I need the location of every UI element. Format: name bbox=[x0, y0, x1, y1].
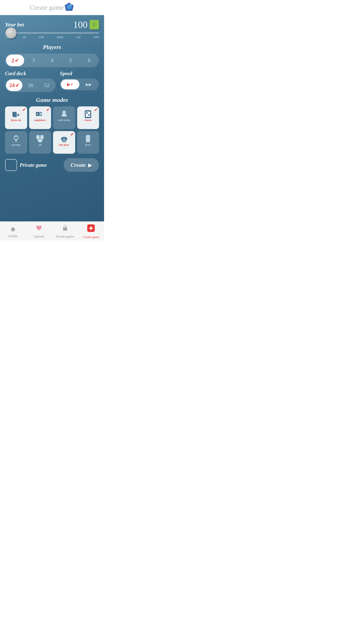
mode-throw-in[interactable]: ✔ throw-in bbox=[5, 106, 27, 129]
svg-marker-6 bbox=[18, 113, 20, 116]
svg-line-37 bbox=[41, 228, 41, 229]
players-title: Players bbox=[5, 44, 99, 51]
svg-rect-16 bbox=[63, 114, 66, 116]
speed-label: Speed bbox=[60, 71, 99, 76]
nav-create-game[interactable]: Create game bbox=[78, 224, 104, 239]
svg-point-34 bbox=[87, 139, 89, 140]
svg-point-22 bbox=[88, 114, 90, 116]
card-deck-label: Card deck bbox=[5, 71, 56, 76]
private-game-section: Private game bbox=[5, 159, 61, 171]
mode-classic[interactable]: ✔ classic bbox=[77, 106, 99, 129]
slider-label-1m: 1M bbox=[76, 35, 80, 39]
players-selector: 2✔ 3 4 5 6 bbox=[5, 54, 99, 67]
deck-option-24[interactable]: 24✔ bbox=[6, 79, 22, 91]
nav-opened[interactable]: Opened bbox=[26, 225, 52, 238]
private-game-checkbox[interactable] bbox=[5, 159, 17, 171]
slider-label-10m: 10M bbox=[93, 35, 99, 39]
players-option-2[interactable]: 2✔ bbox=[6, 55, 24, 66]
card-deck-col: Card deck 24✔ 36 52 bbox=[5, 71, 56, 92]
svg-point-30 bbox=[62, 138, 64, 140]
svg-rect-26 bbox=[40, 135, 43, 139]
gem-icon bbox=[64, 2, 74, 13]
profile-icon: ♣ bbox=[11, 225, 15, 233]
with-tricks-icon bbox=[60, 109, 69, 118]
nav-opened-label: Opened bbox=[34, 234, 44, 238]
deck-option-52[interactable]: 52 bbox=[39, 79, 55, 91]
private-games-icon bbox=[62, 225, 69, 233]
nav-profile[interactable]: ♣ Profile bbox=[0, 225, 26, 238]
mode-fair-play[interactable]: ✔ fair play bbox=[53, 131, 75, 154]
speed-selector: ▶✔ ▶▶ bbox=[60, 78, 99, 90]
classic-check-icon: ✔ bbox=[94, 107, 98, 112]
players-option-5[interactable]: 5 bbox=[62, 55, 80, 66]
create-arrow-icon: ▶ bbox=[88, 162, 92, 168]
svg-rect-25 bbox=[36, 135, 39, 139]
all-label: all bbox=[38, 143, 41, 146]
bottom-options: Private game Create ▶ bbox=[5, 158, 99, 172]
slider-label-1k: 1K bbox=[22, 35, 26, 39]
slider-label-100k: 100K bbox=[57, 35, 64, 39]
speed-normal[interactable]: ▶✔ bbox=[61, 79, 79, 89]
speed-col: Speed ▶✔ ▶▶ bbox=[60, 71, 99, 90]
throw-in-check-icon: ✔ bbox=[22, 107, 26, 112]
draw-label: draw bbox=[85, 143, 91, 146]
header: Create game bbox=[0, 0, 104, 15]
game-modes-title: Game modes bbox=[5, 97, 99, 103]
page-title: Create game bbox=[30, 4, 64, 11]
classic-icon bbox=[83, 109, 93, 118]
svg-point-31 bbox=[65, 138, 67, 140]
players-option-4[interactable]: 4 bbox=[43, 55, 61, 66]
deck-option-36[interactable]: 36 bbox=[22, 79, 39, 91]
mode-with-tricks[interactable]: with tricks bbox=[53, 106, 75, 129]
fair-play-icon bbox=[60, 134, 69, 143]
svg-point-33 bbox=[87, 137, 89, 138]
svg-point-3 bbox=[70, 4, 72, 6]
bet-slider-container: 100 1K 10K 100K 1M 10M bbox=[5, 32, 99, 39]
bet-value: 100 bbox=[73, 19, 87, 30]
fair-play-check-icon: ✔ bbox=[70, 132, 74, 137]
svg-rect-20 bbox=[86, 111, 90, 117]
nav-private-games-label: Private games bbox=[56, 234, 74, 238]
svg-point-21 bbox=[86, 112, 88, 114]
svg-marker-24 bbox=[15, 140, 17, 142]
bet-value-row: 100 € bbox=[73, 19, 99, 30]
svg-rect-17 bbox=[62, 114, 63, 116]
bottom-nav: ♣ Profile Opened Private games bbox=[0, 221, 104, 240]
nav-private-games[interactable]: Private games bbox=[52, 225, 78, 238]
create-button[interactable]: Create ▶ bbox=[64, 158, 99, 172]
speed-fast[interactable]: ▶▶ bbox=[79, 79, 98, 89]
slider-label-10k: 10K bbox=[38, 35, 44, 39]
throw-in-label: throw-in bbox=[11, 118, 21, 122]
mode-all[interactable]: all bbox=[29, 131, 51, 154]
neighbors-label: neighbors bbox=[34, 118, 46, 122]
svg-rect-5 bbox=[13, 112, 17, 117]
create-button-label: Create bbox=[71, 162, 86, 168]
passing-label: passing bbox=[12, 143, 20, 146]
nav-profile-label: Profile bbox=[9, 234, 17, 238]
mode-neighbors[interactable]: ✔ neighbors bbox=[29, 106, 51, 129]
neighbors-check-icon: ✔ bbox=[46, 107, 50, 112]
main-content: Your bet 100 € 100 1K 10K 100K 1M 10M Pl… bbox=[0, 15, 104, 221]
bet-row: Your bet 100 € bbox=[5, 19, 99, 30]
svg-rect-18 bbox=[65, 114, 67, 116]
slider-track bbox=[5, 32, 99, 34]
deck-selector: 24✔ 36 52 bbox=[5, 78, 56, 92]
players-option-3[interactable]: 3 bbox=[25, 55, 43, 66]
all-icon bbox=[35, 134, 44, 143]
players-option-6[interactable]: 6 bbox=[80, 55, 98, 66]
fair-play-label: fair play bbox=[59, 143, 69, 146]
draw-icon bbox=[83, 134, 93, 143]
opened-icon bbox=[35, 225, 42, 233]
classic-label: classic bbox=[84, 118, 92, 122]
create-game-icon bbox=[87, 224, 95, 234]
mode-draw[interactable]: draw bbox=[77, 131, 99, 154]
with-tricks-label: with tricks bbox=[58, 118, 70, 122]
neighbors-icon bbox=[35, 109, 44, 118]
coin-icon: € bbox=[89, 20, 99, 29]
slider-thumb[interactable] bbox=[6, 27, 17, 38]
bet-label: Your bet bbox=[5, 21, 24, 28]
svg-rect-32 bbox=[86, 135, 90, 142]
deck-speed-row: Card deck 24✔ 36 52 Speed ▶✔ ▶▶ bbox=[5, 71, 99, 92]
svg-rect-29 bbox=[38, 139, 42, 142]
mode-passing[interactable]: passing bbox=[5, 131, 27, 154]
